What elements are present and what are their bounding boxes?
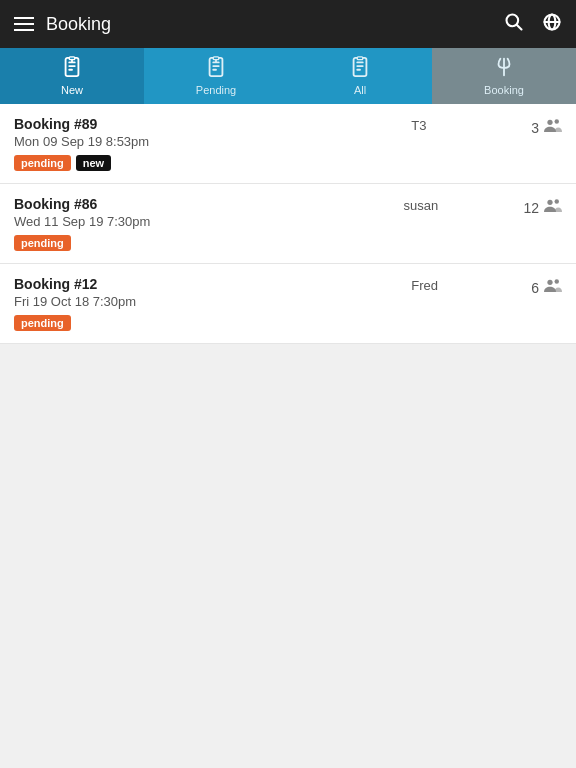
tab-pending[interactable]: Pending — [144, 48, 288, 104]
booking-table-2: susan — [403, 196, 523, 213]
tab-pending-label: Pending — [196, 84, 236, 96]
svg-point-26 — [555, 279, 560, 284]
booking-title-1: Booking #89 — [14, 116, 411, 132]
table-row[interactable]: Booking #86 Wed 11 Sep 19 7:30pm pending… — [0, 184, 576, 264]
menu-button[interactable] — [14, 17, 34, 31]
booking-title-2: Booking #86 — [14, 196, 403, 212]
booking-count-value-3: 6 — [531, 280, 539, 296]
empty-area — [0, 344, 576, 768]
booking-table-3: Fred — [411, 276, 531, 293]
tab-new[interactable]: New — [0, 48, 144, 104]
svg-point-25 — [547, 280, 552, 285]
booking-left-1: Booking #89 Mon 09 Sep 19 8:53pm pending… — [14, 116, 411, 171]
table-row[interactable]: Booking #12 Fri 19 Oct 18 7:30pm pending… — [0, 264, 576, 344]
booking-count-value-1: 3 — [531, 120, 539, 136]
booking-date-2: Wed 11 Sep 19 7:30pm — [14, 214, 403, 229]
booking-badges-1: pending new — [14, 155, 411, 171]
tab-pending-icon — [205, 56, 227, 81]
badge-new-1: new — [76, 155, 111, 171]
header-title: Booking — [46, 14, 111, 35]
booking-count-2: 12 — [523, 196, 562, 218]
people-icon-1 — [544, 118, 562, 138]
booking-title-3: Booking #12 — [14, 276, 411, 292]
tab-bar: New Pending All — [0, 48, 576, 104]
tab-booking-icon — [493, 56, 515, 81]
badge-pending-2: pending — [14, 235, 71, 251]
people-icon-2 — [544, 198, 562, 218]
tab-new-label: New — [61, 84, 83, 96]
tab-all[interactable]: All — [288, 48, 432, 104]
booking-left-3: Booking #12 Fri 19 Oct 18 7:30pm pending — [14, 276, 411, 331]
booking-table-1: T3 — [411, 116, 531, 133]
svg-rect-9 — [69, 57, 75, 60]
people-icon-3 — [544, 278, 562, 298]
booking-left-2: Booking #86 Wed 11 Sep 19 7:30pm pending — [14, 196, 403, 251]
tab-booking-label: Booking — [484, 84, 524, 96]
tab-new-icon — [61, 56, 83, 81]
badge-pending-3: pending — [14, 315, 71, 331]
search-icon[interactable] — [504, 12, 524, 37]
booking-count-3: 6 — [531, 276, 562, 298]
booking-date-3: Fri 19 Oct 18 7:30pm — [14, 294, 411, 309]
tab-booking[interactable]: Booking — [432, 48, 576, 104]
booking-date-1: Mon 09 Sep 19 8:53pm — [14, 134, 411, 149]
svg-point-23 — [547, 200, 552, 205]
header-icons — [504, 12, 562, 37]
globe-icon[interactable] — [542, 12, 562, 37]
svg-point-22 — [555, 119, 560, 124]
header: Booking — [0, 0, 576, 48]
svg-rect-19 — [357, 57, 363, 60]
svg-point-21 — [547, 120, 552, 125]
booking-badges-3: pending — [14, 315, 411, 331]
booking-list: Booking #89 Mon 09 Sep 19 8:53pm pending… — [0, 104, 576, 344]
badge-pending-1: pending — [14, 155, 71, 171]
tab-all-icon — [349, 56, 371, 81]
booking-count-1: 3 — [531, 116, 562, 138]
header-left: Booking — [14, 14, 111, 35]
svg-point-24 — [555, 199, 560, 204]
svg-line-1 — [517, 24, 522, 29]
svg-rect-14 — [213, 57, 219, 60]
booking-count-value-2: 12 — [523, 200, 539, 216]
tab-all-label: All — [354, 84, 366, 96]
booking-badges-2: pending — [14, 235, 403, 251]
table-row[interactable]: Booking #89 Mon 09 Sep 19 8:53pm pending… — [0, 104, 576, 184]
